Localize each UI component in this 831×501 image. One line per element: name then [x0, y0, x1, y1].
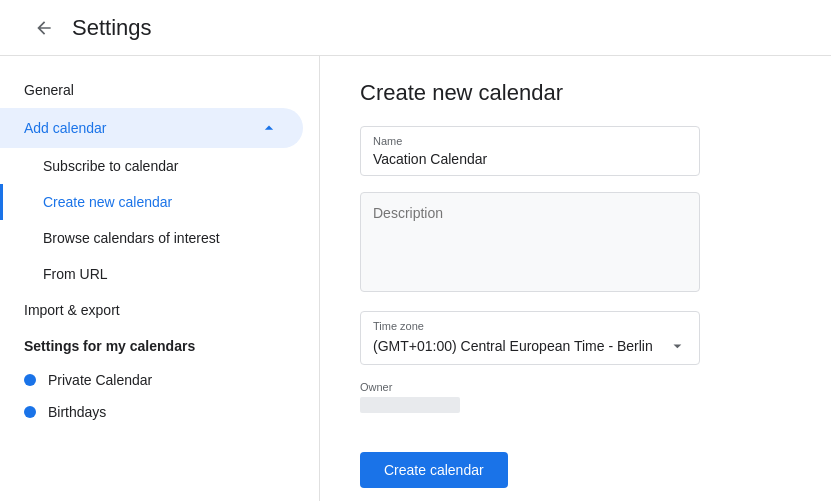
owner-field-group: Owner [360, 381, 791, 416]
timezone-select-wrapper: (GMT+01:00) Central European Time - Berl… [373, 336, 687, 356]
timezone-container: Time zone (GMT+01:00) Central European T… [360, 311, 700, 365]
birthdays-label: Birthdays [48, 404, 106, 420]
create-calendar-button[interactable]: Create calendar [360, 452, 508, 488]
name-field-container: Name [360, 126, 700, 176]
sidebar: General Add calendar Subscribe to calend… [0, 56, 320, 501]
back-icon [34, 18, 54, 38]
name-field-group: Name [360, 126, 791, 176]
sidebar-item-from-url[interactable]: From URL [0, 256, 319, 292]
content-area: General Add calendar Subscribe to calend… [0, 56, 831, 501]
chevron-down-icon [668, 336, 687, 356]
owner-value [360, 397, 460, 413]
name-input[interactable] [373, 151, 687, 167]
add-calendar-label: Add calendar [24, 120, 107, 136]
page-title: Settings [72, 15, 152, 41]
sidebar-item-subscribe[interactable]: Subscribe to calendar [0, 148, 319, 184]
sidebar-item-add-calendar[interactable]: Add calendar [0, 108, 303, 148]
chevron-up-icon [259, 118, 279, 138]
private-calendar-dot [24, 374, 36, 386]
description-input[interactable] [360, 192, 700, 292]
owner-label: Owner [360, 381, 791, 393]
sidebar-item-create-new[interactable]: Create new calendar [0, 184, 319, 220]
browse-label: Browse calendars of interest [43, 230, 220, 246]
general-label: General [24, 82, 74, 98]
timezone-select[interactable]: (GMT+01:00) Central European Time - Berl… [373, 338, 668, 354]
description-field-group [360, 192, 791, 295]
main-content: Create new calendar Name Time zone (GMT+… [320, 56, 831, 501]
sidebar-item-import-export[interactable]: Import & export [0, 292, 319, 328]
create-new-label: Create new calendar [43, 194, 172, 210]
my-calendars-header: Settings for my calendars [0, 328, 319, 364]
subscribe-label: Subscribe to calendar [43, 158, 178, 174]
private-calendar-label: Private Calendar [48, 372, 152, 388]
sidebar-item-browse[interactable]: Browse calendars of interest [0, 220, 319, 256]
back-button[interactable] [24, 8, 64, 48]
from-url-label: From URL [43, 266, 108, 282]
sidebar-item-private-calendar[interactable]: Private Calendar [0, 364, 319, 396]
header: Settings [0, 0, 831, 56]
create-calendar-title: Create new calendar [360, 80, 791, 106]
import-export-label: Import & export [24, 302, 120, 318]
sidebar-item-birthdays[interactable]: Birthdays [0, 396, 319, 428]
name-label: Name [373, 135, 687, 147]
timezone-field-group: Time zone (GMT+01:00) Central European T… [360, 311, 791, 365]
birthdays-dot [24, 406, 36, 418]
my-calendars-label: Settings for my calendars [24, 338, 195, 354]
timezone-label: Time zone [373, 320, 687, 332]
sidebar-item-general[interactable]: General [0, 72, 319, 108]
